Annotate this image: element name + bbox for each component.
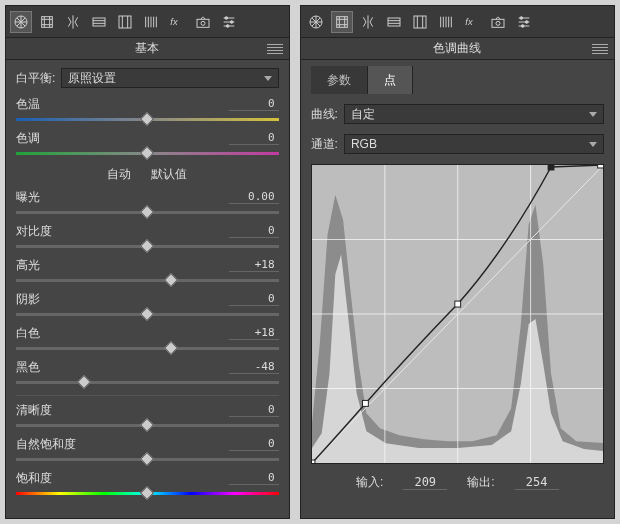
slider-label: 饱和度: [16, 470, 52, 487]
input-output-row: 输入: 209 输出: 254: [311, 474, 604, 491]
input-value[interactable]: 209: [403, 475, 447, 490]
svg-rect-31: [597, 165, 603, 168]
slider-thumb[interactable]: [140, 486, 154, 500]
slider-thumb[interactable]: [140, 146, 154, 160]
aperture-icon[interactable]: [305, 11, 327, 33]
channel-dropdown[interactable]: RGB: [344, 134, 604, 154]
slider-thumb[interactable]: [164, 273, 178, 287]
aperture-icon[interactable]: [10, 11, 32, 33]
detail-icon[interactable]: [383, 11, 405, 33]
slider-track[interactable]: [16, 207, 279, 217]
slider-thumb[interactable]: [140, 418, 154, 432]
curve-editor[interactable]: [311, 164, 604, 464]
camera-icon[interactable]: [192, 11, 214, 33]
panel-title-bar: 色调曲线: [301, 38, 614, 60]
slider-value[interactable]: 0: [229, 292, 279, 306]
svg-rect-1: [42, 16, 53, 27]
camera-icon[interactable]: [487, 11, 509, 33]
curve-dropdown[interactable]: 自定: [344, 104, 604, 124]
channel-row: 通道: RGB: [311, 132, 604, 156]
lens-icon[interactable]: [140, 11, 162, 33]
slider-value[interactable]: 0: [229, 224, 279, 238]
slider-thumb[interactable]: [140, 239, 154, 253]
slider-track[interactable]: [16, 241, 279, 251]
panel-title: 色调曲线: [433, 40, 481, 57]
default-button[interactable]: 默认值: [151, 166, 187, 183]
svg-point-8: [230, 20, 233, 23]
crop-icon[interactable]: [36, 11, 58, 33]
svg-text:fx: fx: [465, 17, 473, 27]
basic-content: 白平衡: 原照设置 色温0色调0 自动 默认值 曝光0.00对比度0高光+18阴…: [6, 60, 289, 518]
panel-iconstrip: fx: [6, 6, 289, 38]
slider-thumb[interactable]: [77, 375, 91, 389]
slider-label: 自然饱和度: [16, 436, 76, 453]
adjust-icon[interactable]: [218, 11, 240, 33]
tab-point[interactable]: 点: [368, 66, 413, 94]
slider-label: 高光: [16, 257, 40, 274]
svg-point-16: [496, 21, 500, 25]
panel-menu-icon[interactable]: [592, 44, 608, 54]
output-label: 输出:: [467, 474, 494, 491]
chevron-down-icon: [264, 76, 272, 81]
crop-icon[interactable]: [331, 11, 353, 33]
slider-track[interactable]: [16, 377, 279, 387]
fx-icon[interactable]: fx: [461, 11, 483, 33]
slider-track[interactable]: [16, 309, 279, 319]
svg-point-18: [525, 20, 528, 23]
output-value[interactable]: 254: [515, 475, 559, 490]
svg-rect-27: [312, 460, 315, 463]
slider-thumb[interactable]: [140, 112, 154, 126]
whites-slider: 白色+18: [16, 325, 279, 353]
lens-icon[interactable]: [435, 11, 457, 33]
slider-label: 黑色: [16, 359, 40, 376]
slider-thumb[interactable]: [164, 341, 178, 355]
slider-thumb[interactable]: [140, 205, 154, 219]
slider-value[interactable]: 0: [229, 471, 279, 485]
slider-thumb[interactable]: [140, 452, 154, 466]
auto-default-row: 自动 默认值: [16, 166, 279, 183]
tint-slider: 色调0: [16, 130, 279, 158]
hsl-icon[interactable]: [114, 11, 136, 33]
chevron-down-icon: [589, 112, 597, 117]
white-balance-dropdown[interactable]: 原照设置: [61, 68, 278, 88]
slider-value[interactable]: -48: [229, 360, 279, 374]
slider-track[interactable]: [16, 148, 279, 158]
slider-value[interactable]: 0: [229, 97, 279, 111]
white-balance-label: 白平衡:: [16, 70, 55, 87]
blacks-slider: 黑色-48: [16, 359, 279, 387]
slider-track[interactable]: [16, 114, 279, 124]
auto-button[interactable]: 自动: [107, 166, 131, 183]
adjust-icon[interactable]: [513, 11, 535, 33]
slider-track[interactable]: [16, 454, 279, 464]
svg-text:fx: fx: [170, 17, 178, 27]
slider-value[interactable]: +18: [229, 258, 279, 272]
hsl-icon[interactable]: [409, 11, 431, 33]
fx-icon[interactable]: fx: [166, 11, 188, 33]
slider-value[interactable]: 0: [229, 403, 279, 417]
svg-point-9: [226, 24, 229, 27]
svg-rect-13: [414, 16, 426, 28]
panel-menu-icon[interactable]: [267, 44, 283, 54]
slider-track[interactable]: [16, 488, 279, 498]
slider-value[interactable]: 0: [229, 131, 279, 145]
slider-label: 阴影: [16, 291, 40, 308]
slider-label: 白色: [16, 325, 40, 342]
detail-icon[interactable]: [88, 11, 110, 33]
mirror-icon[interactable]: [62, 11, 84, 33]
tab-parametric[interactable]: 参数: [311, 66, 368, 94]
mirror-icon[interactable]: [357, 11, 379, 33]
slider-track[interactable]: [16, 275, 279, 285]
svg-rect-29: [454, 301, 460, 307]
slider-value[interactable]: +18: [229, 326, 279, 340]
slider-thumb[interactable]: [140, 307, 154, 321]
panel-title-bar: 基本: [6, 38, 289, 60]
curve-value: 自定: [351, 106, 375, 123]
slider-track[interactable]: [16, 343, 279, 353]
slider-track[interactable]: [16, 420, 279, 430]
slider-value[interactable]: 0.00: [229, 190, 279, 204]
panel-iconstrip: fx: [301, 6, 614, 38]
slider-value[interactable]: 0: [229, 437, 279, 451]
svg-point-17: [520, 16, 523, 19]
white-balance-row: 白平衡: 原照设置: [16, 66, 279, 90]
curve-label: 曲线:: [311, 106, 338, 123]
